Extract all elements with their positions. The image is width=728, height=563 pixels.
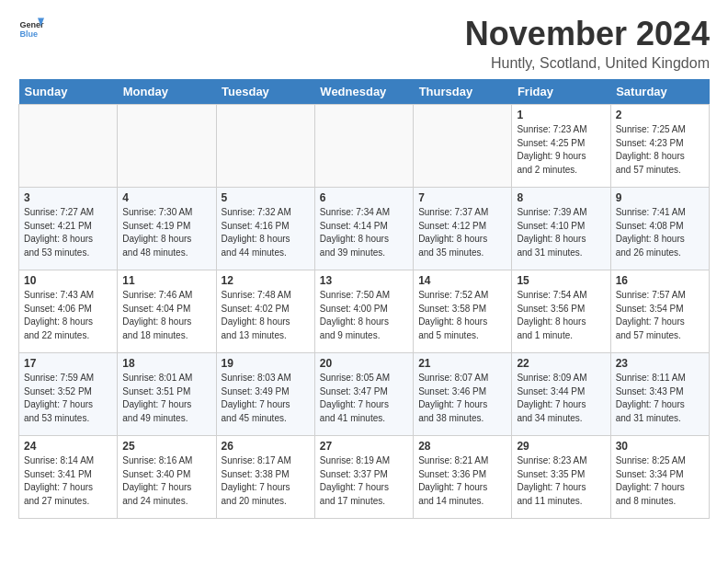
- day-number: 27: [320, 440, 408, 453]
- header-row: Sunday Monday Tuesday Wednesday Thursday…: [19, 79, 710, 105]
- logo: General Blue: [18, 15, 44, 40]
- day-cell: 18Sunrise: 8:01 AM Sunset: 3:51 PM Dayli…: [118, 353, 216, 436]
- day-info: Sunrise: 8:05 AM Sunset: 3:47 PM Dayligh…: [320, 372, 408, 425]
- day-info: Sunrise: 7:48 AM Sunset: 4:02 PM Dayligh…: [222, 289, 310, 342]
- day-info: Sunrise: 7:46 AM Sunset: 4:04 PM Dayligh…: [122, 289, 210, 342]
- week-row-0: 1Sunrise: 7:23 AM Sunset: 4:25 PM Daylig…: [19, 105, 710, 188]
- month-title: November 2024: [465, 15, 710, 53]
- day-cell: 2Sunrise: 7:25 AM Sunset: 4:23 PM Daylig…: [610, 105, 709, 188]
- day-number: 1: [517, 109, 605, 121]
- day-cell: 15Sunrise: 7:54 AM Sunset: 3:56 PM Dayli…: [512, 270, 610, 353]
- day-info: Sunrise: 8:07 AM Sunset: 3:46 PM Dayligh…: [418, 372, 506, 425]
- day-info: Sunrise: 7:52 AM Sunset: 3:58 PM Dayligh…: [418, 289, 506, 342]
- day-info: Sunrise: 8:17 AM Sunset: 3:38 PM Dayligh…: [222, 454, 310, 508]
- day-cell: 6Sunrise: 7:34 AM Sunset: 4:14 PM Daylig…: [314, 188, 413, 270]
- day-info: Sunrise: 8:19 AM Sunset: 3:37 PM Dayligh…: [320, 454, 408, 508]
- day-info: Sunrise: 8:25 AM Sunset: 3:34 PM Dayligh…: [616, 454, 704, 508]
- day-number: 22: [517, 357, 605, 370]
- day-cell: 7Sunrise: 7:37 AM Sunset: 4:12 PM Daylig…: [414, 188, 512, 270]
- svg-text:Blue: Blue: [19, 29, 38, 39]
- col-thursday: Thursday: [414, 79, 512, 105]
- day-info: Sunrise: 7:59 AM Sunset: 3:52 PM Dayligh…: [24, 372, 112, 425]
- week-row-3: 17Sunrise: 7:59 AM Sunset: 3:52 PM Dayli…: [19, 353, 710, 436]
- day-number: 23: [616, 357, 704, 370]
- day-cell: 10Sunrise: 7:43 AM Sunset: 4:06 PM Dayli…: [19, 270, 118, 353]
- day-number: 4: [122, 191, 210, 204]
- day-cell: 11Sunrise: 7:46 AM Sunset: 4:04 PM Dayli…: [118, 270, 216, 353]
- day-number: 11: [122, 274, 210, 287]
- calendar-table: Sunday Monday Tuesday Wednesday Thursday…: [18, 79, 710, 519]
- week-row-2: 10Sunrise: 7:43 AM Sunset: 4:06 PM Dayli…: [19, 270, 710, 353]
- day-number: 26: [222, 440, 310, 453]
- day-cell: 14Sunrise: 7:52 AM Sunset: 3:58 PM Dayli…: [414, 270, 512, 353]
- day-info: Sunrise: 8:01 AM Sunset: 3:51 PM Dayligh…: [122, 372, 210, 425]
- day-info: Sunrise: 7:32 AM Sunset: 4:16 PM Dayligh…: [222, 206, 310, 259]
- week-row-4: 24Sunrise: 8:14 AM Sunset: 3:41 PM Dayli…: [19, 436, 710, 519]
- day-number: 24: [24, 440, 112, 453]
- day-cell: 20Sunrise: 8:05 AM Sunset: 3:47 PM Dayli…: [314, 353, 413, 436]
- page: General Blue November 2024 Huntly, Scotl…: [0, 0, 728, 534]
- day-info: Sunrise: 7:23 AM Sunset: 4:25 PM Dayligh…: [517, 123, 605, 177]
- day-cell: 8Sunrise: 7:39 AM Sunset: 4:10 PM Daylig…: [512, 188, 610, 270]
- day-number: 28: [418, 440, 506, 453]
- day-number: 16: [616, 274, 704, 287]
- day-cell: 5Sunrise: 7:32 AM Sunset: 4:16 PM Daylig…: [216, 188, 314, 270]
- day-number: 14: [418, 274, 506, 287]
- day-number: 3: [24, 191, 112, 204]
- day-number: 8: [517, 191, 605, 204]
- day-cell: [314, 105, 413, 188]
- col-friday: Friday: [512, 79, 610, 105]
- day-info: Sunrise: 8:21 AM Sunset: 3:36 PM Dayligh…: [418, 454, 506, 508]
- day-info: Sunrise: 8:16 AM Sunset: 3:40 PM Dayligh…: [122, 454, 210, 508]
- day-info: Sunrise: 8:14 AM Sunset: 3:41 PM Dayligh…: [24, 454, 112, 508]
- day-number: 9: [616, 191, 704, 204]
- day-cell: 17Sunrise: 7:59 AM Sunset: 3:52 PM Dayli…: [19, 353, 118, 436]
- day-number: 7: [418, 191, 506, 204]
- week-row-1: 3Sunrise: 7:27 AM Sunset: 4:21 PM Daylig…: [19, 188, 710, 270]
- col-monday: Monday: [118, 79, 216, 105]
- day-number: 12: [222, 274, 310, 287]
- day-info: Sunrise: 8:03 AM Sunset: 3:49 PM Dayligh…: [222, 372, 310, 425]
- day-cell: [118, 105, 216, 188]
- day-number: 13: [320, 274, 408, 287]
- header: General Blue November 2024 Huntly, Scotl…: [18, 15, 710, 72]
- day-number: 20: [320, 357, 408, 370]
- day-cell: 29Sunrise: 8:23 AM Sunset: 3:35 PM Dayli…: [512, 436, 610, 519]
- day-number: 19: [222, 357, 310, 370]
- col-tuesday: Tuesday: [216, 79, 314, 105]
- day-info: Sunrise: 7:54 AM Sunset: 3:56 PM Dayligh…: [517, 289, 605, 342]
- day-cell: 16Sunrise: 7:57 AM Sunset: 3:54 PM Dayli…: [610, 270, 709, 353]
- day-info: Sunrise: 7:39 AM Sunset: 4:10 PM Dayligh…: [517, 206, 605, 259]
- day-cell: [216, 105, 314, 188]
- day-info: Sunrise: 7:43 AM Sunset: 4:06 PM Dayligh…: [24, 289, 112, 342]
- day-info: Sunrise: 7:30 AM Sunset: 4:19 PM Dayligh…: [122, 206, 210, 259]
- day-number: 6: [320, 191, 408, 204]
- day-cell: 28Sunrise: 8:21 AM Sunset: 3:36 PM Dayli…: [414, 436, 512, 519]
- day-cell: 12Sunrise: 7:48 AM Sunset: 4:02 PM Dayli…: [216, 270, 314, 353]
- day-cell: 1Sunrise: 7:23 AM Sunset: 4:25 PM Daylig…: [512, 105, 610, 188]
- day-info: Sunrise: 7:25 AM Sunset: 4:23 PM Dayligh…: [616, 123, 704, 177]
- day-cell: 26Sunrise: 8:17 AM Sunset: 3:38 PM Dayli…: [216, 436, 314, 519]
- day-info: Sunrise: 8:23 AM Sunset: 3:35 PM Dayligh…: [517, 454, 605, 508]
- day-info: Sunrise: 7:34 AM Sunset: 4:14 PM Dayligh…: [320, 206, 408, 259]
- day-number: 2: [616, 109, 704, 121]
- day-number: 18: [122, 357, 210, 370]
- day-number: 30: [616, 440, 704, 453]
- day-cell: 23Sunrise: 8:11 AM Sunset: 3:43 PM Dayli…: [610, 353, 709, 436]
- day-cell: 19Sunrise: 8:03 AM Sunset: 3:49 PM Dayli…: [216, 353, 314, 436]
- day-cell: 27Sunrise: 8:19 AM Sunset: 3:37 PM Dayli…: [314, 436, 413, 519]
- day-info: Sunrise: 7:57 AM Sunset: 3:54 PM Dayligh…: [616, 289, 704, 342]
- day-number: 25: [122, 440, 210, 453]
- day-cell: 22Sunrise: 8:09 AM Sunset: 3:44 PM Dayli…: [512, 353, 610, 436]
- day-cell: 13Sunrise: 7:50 AM Sunset: 4:00 PM Dayli…: [314, 270, 413, 353]
- day-info: Sunrise: 7:41 AM Sunset: 4:08 PM Dayligh…: [616, 206, 704, 259]
- day-info: Sunrise: 7:27 AM Sunset: 4:21 PM Dayligh…: [24, 206, 112, 259]
- day-info: Sunrise: 7:37 AM Sunset: 4:12 PM Dayligh…: [418, 206, 506, 259]
- day-info: Sunrise: 8:11 AM Sunset: 3:43 PM Dayligh…: [616, 372, 704, 425]
- col-sunday: Sunday: [19, 79, 118, 105]
- day-cell: 30Sunrise: 8:25 AM Sunset: 3:34 PM Dayli…: [610, 436, 709, 519]
- day-number: 5: [222, 191, 310, 204]
- logo-icon: General Blue: [18, 15, 44, 40]
- day-cell: [414, 105, 512, 188]
- day-number: 10: [24, 274, 112, 287]
